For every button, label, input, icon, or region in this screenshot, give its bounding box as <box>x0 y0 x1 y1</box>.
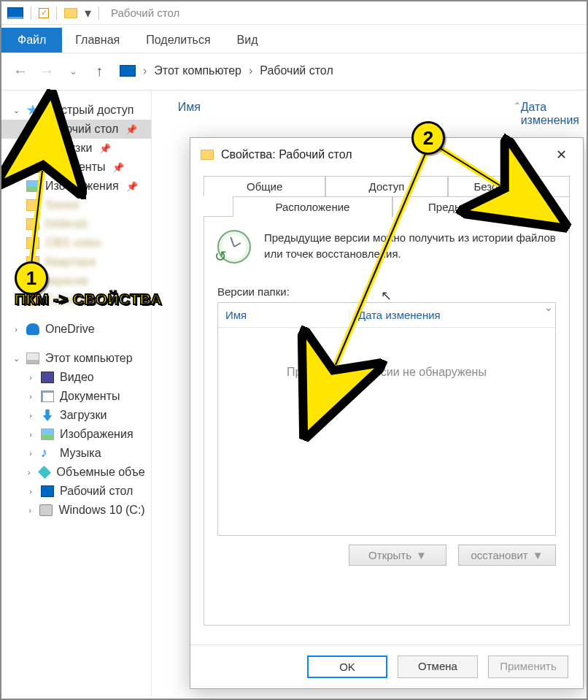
dialog-titlebar[interactable]: Свойства: Рабочий стол ✕ <box>190 138 583 176</box>
nav-quick-access[interactable]: ⌄ Быстрый доступ <box>1 101 151 120</box>
nav-up-button[interactable]: ↑ <box>89 61 109 81</box>
nav-pictures-pinned[interactable]: Изображения 📌 <box>1 177 151 196</box>
nav-recent-folder[interactable]: Квартира <box>1 253 151 272</box>
dialog-close-button[interactable]: ✕ <box>550 145 573 164</box>
nav-back-button[interactable]: ← <box>10 61 31 81</box>
nav-pane[interactable]: ⌄ Быстрый доступ Рабочий стол 📌 Загрузки… <box>1 91 152 696</box>
pin-icon: 📌 <box>112 162 124 173</box>
breadcrumb-folder[interactable]: Рабочий стол <box>260 64 333 77</box>
chevron-right-icon[interactable]: › <box>26 430 35 439</box>
nav-recent-folder[interactable]: OBS video <box>1 234 151 253</box>
nav-documents-pinned[interactable]: Документы 📌 <box>1 158 151 177</box>
folder-icon <box>26 218 39 230</box>
nav-desktop-pinned[interactable]: Рабочий стол 📌 <box>1 120 151 139</box>
ribbon-view[interactable]: Вид <box>224 28 271 53</box>
document-icon <box>26 161 39 173</box>
nav-downloads-pinned[interactable]: Загрузки 📌 <box>1 139 151 158</box>
nav-recent-folder[interactable]: Saved <box>1 196 151 215</box>
nav-recent-folder[interactable]: Скриншоты <box>1 291 151 309</box>
cube-icon <box>38 466 51 479</box>
download-icon <box>26 142 39 154</box>
nav-recent-folder[interactable]: folderab <box>1 215 151 234</box>
cancel-button[interactable]: Отмена <box>398 655 478 678</box>
pictures-icon <box>41 428 54 440</box>
folder-icon <box>26 275 39 287</box>
cloud-icon <box>26 323 39 335</box>
column-headers[interactable]: Имя ⌃ Дата изменения <box>152 91 587 131</box>
folder-icon <box>64 8 77 18</box>
chevron-right-icon[interactable]: › <box>26 487 35 496</box>
pin-icon: 📌 <box>125 124 137 135</box>
disk-icon <box>39 504 53 516</box>
titlebar: ✓ ▾ Рабочий стол <box>1 1 587 25</box>
video-icon <box>41 372 54 383</box>
file-tab[interactable]: Файл <box>1 28 62 53</box>
tab-previous-versions[interactable]: Предыдущие версии <box>392 196 570 217</box>
apply-button: Применить <box>488 655 568 678</box>
chevron-right-icon: › <box>249 64 252 77</box>
nav-documents[interactable]: ›Документы <box>1 387 151 406</box>
folder-icon <box>26 256 39 268</box>
chevron-right-icon[interactable]: › <box>26 411 35 420</box>
chevron-right-icon[interactable]: › <box>26 449 35 458</box>
column-date[interactable]: Дата изменения <box>521 101 579 127</box>
pin-icon: 📌 <box>99 143 111 154</box>
nav-forward-button: → <box>36 61 57 81</box>
chevron-down-icon[interactable]: ⌄ <box>12 106 20 115</box>
nav-recent-folder[interactable]: вкрасив <box>1 272 151 291</box>
window-title: Рабочий стол <box>111 7 179 19</box>
breadcrumb-thispc[interactable]: Этот компьютер <box>154 64 241 77</box>
chevron-right-icon[interactable]: › <box>26 392 35 401</box>
tab-general[interactable]: Общие <box>204 176 325 196</box>
desktop-icon <box>26 123 39 135</box>
chevron-right-icon[interactable]: › <box>26 468 32 477</box>
app-icon <box>7 7 23 19</box>
thispc-icon <box>120 65 136 77</box>
chevron-down-icon[interactable]: ⌄ <box>12 354 20 364</box>
nav-drive-c[interactable]: ›Windows 10 (C:) <box>1 501 151 520</box>
versions-col-date[interactable]: Дата изменения <box>349 309 441 321</box>
nav-pictures[interactable]: ›Изображения <box>1 425 151 444</box>
ribbon-home[interactable]: Главная <box>62 28 133 53</box>
versions-empty-message: Предыдущие версии не обнаружены <box>218 366 555 379</box>
download-icon <box>41 409 54 421</box>
nav-downloads[interactable]: ›Загрузки <box>1 406 151 425</box>
document-icon <box>41 391 54 402</box>
restore-version-button: осстановит▼ <box>458 545 556 566</box>
chevron-right-icon[interactable]: › <box>26 373 35 382</box>
dropdown-icon: ▼ <box>416 549 427 561</box>
nav-3dobjects[interactable]: ›Объемные объе <box>1 463 151 482</box>
chevron-right-icon[interactable]: › <box>12 325 20 334</box>
folder-icon <box>201 150 214 160</box>
properties-dialog[interactable]: Свойства: Рабочий стол ✕ Общие Доступ Бе… <box>190 137 584 689</box>
pictures-icon <box>26 180 39 192</box>
nav-videos[interactable]: ›Видео <box>1 368 151 387</box>
versions-list[interactable]: Имя Дата изменения Предыдущие версии не … <box>217 302 556 536</box>
nav-music[interactable]: ›♪Музыка <box>1 444 151 463</box>
previous-versions-description: Предыдущие версии можно получить из исто… <box>264 230 556 262</box>
sort-caret-icon: ⌃ <box>514 101 521 127</box>
nav-recent-dropdown[interactable]: ⌄ <box>63 61 83 81</box>
tab-security[interactable]: Безопасность <box>448 176 570 196</box>
chevron-right-icon: › <box>143 64 147 77</box>
folder-icon <box>26 199 39 211</box>
nav-onedrive[interactable]: › OneDrive <box>1 320 151 339</box>
ribbon-share[interactable]: Поделиться <box>133 28 223 53</box>
address-bar-row: ← → ⌄ ↑ › Этот компьютер › Рабочий стол <box>1 53 587 91</box>
nav-desktop[interactable]: ›Рабочий стол <box>1 482 151 501</box>
versions-col-name[interactable]: Имя <box>225 309 349 321</box>
qat-dropdown-icon[interactable]: ▾ <box>85 5 91 21</box>
chevron-right-icon[interactable]: › <box>26 506 34 515</box>
address-bar[interactable]: › Этот компьютер › Рабочий стол <box>120 64 333 77</box>
dialog-title: Свойства: Рабочий стол <box>221 148 352 161</box>
star-icon <box>26 104 39 116</box>
pc-icon <box>26 353 39 364</box>
qat-checkbox-icon[interactable]: ✓ <box>39 8 49 18</box>
column-name[interactable]: Имя <box>178 101 411 127</box>
dropdown-icon: ▼ <box>533 549 543 561</box>
ok-button[interactable]: OK <box>307 655 387 678</box>
tab-sharing[interactable]: Доступ <box>325 176 447 196</box>
nav-this-pc[interactable]: ⌄ Этот компьютер <box>1 349 151 368</box>
tab-location[interactable]: Расположение <box>233 196 392 217</box>
folder-icon <box>26 294 39 306</box>
